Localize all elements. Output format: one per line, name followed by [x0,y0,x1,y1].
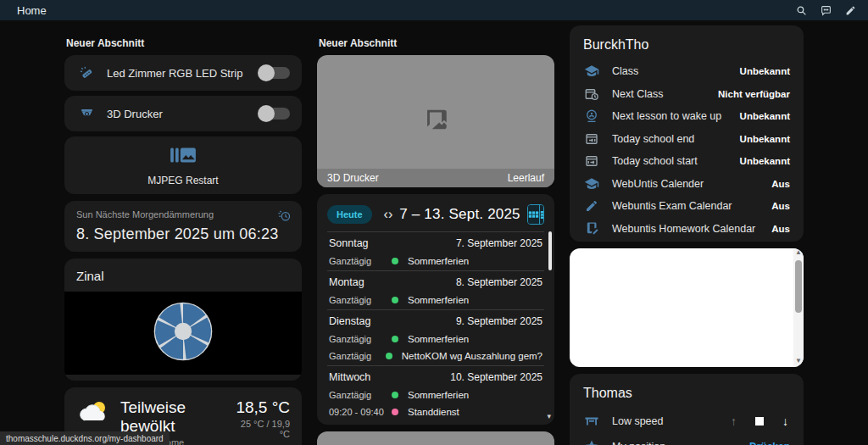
week-rows-view-button[interactable] [539,205,544,224]
event-color-dot [386,353,392,359]
event-time: Ganztägig [329,256,385,266]
partly-cloudy-icon [76,398,110,427]
calendar-end-icon [583,131,600,147]
info-row[interactable]: Webuntis Exam Calendar Aus [583,195,790,218]
cover-controls: ↑ ↓ [731,415,790,427]
day-date: 10. September 2025 [450,371,542,383]
info-row[interactable]: Today school end Unbekannt [583,128,790,151]
app-header: Home [0,0,868,20]
school-icon [583,176,600,192]
thomas-card: Thomas Low speed ↑ ↓ My position Drücken [570,374,804,445]
calendar-event[interactable]: Ganztägig Sommerferien [327,292,544,309]
day-name: Montag [329,276,364,288]
info-row[interactable]: Next Class Nicht verfügbar [583,83,790,106]
toggle-knob [258,105,275,122]
burckhtho-card: BurckhTho Class Unbekannt Next Class Nic… [570,25,804,242]
printer-camera-card[interactable]: 3D Drucker Leerlauf [317,55,554,187]
right-column: BurckhTho Class Unbekannt Next Class Nic… [570,20,804,445]
calendar-day: Dienstag 9. September 2025 Ganztägig Som… [327,309,544,365]
attribute-value: Unbekannt [740,111,790,121]
attribute-value: Unbekannt [740,156,790,166]
header-actions [795,4,856,16]
calendar-event[interactable]: Ganztägig Sommerferien [327,331,544,348]
entity-name: 3D Drucker [107,108,163,120]
press-button[interactable]: Drücken [749,441,790,445]
day-name: Sonntag [329,237,369,249]
attribute-label: Today school start [612,155,698,167]
dome-camera-icon [76,105,97,122]
scroll-up-icon[interactable]: ▲ [795,248,802,259]
control-label: Low speed [612,415,663,427]
day-name: Mittwoch [329,371,370,383]
event-time: 09:20 - 09:40 [329,407,385,417]
printer-toggle[interactable] [259,108,290,120]
middle-column: Neuer Abschnitt 3D Drucker Leerlauf Heut… [317,20,554,445]
attribute-label: Webuntis Exam Calendar [612,200,732,212]
cover-stop-icon[interactable] [755,417,764,426]
school-icon [583,64,600,79]
cover-up-icon[interactable]: ↑ [731,415,737,427]
sensor-name: Sun Nächste Morgendämmerung [76,209,290,220]
weather-range: 25 °C / 19,9 °C [233,419,290,439]
attribute-value: Unbekannt [740,66,790,76]
zinal-camera-card[interactable]: Zinal [64,259,302,381]
info-row[interactable]: Today school start Unbekannt [583,150,790,173]
led-strip-toggle[interactable] [259,67,290,79]
webpage-card[interactable]: ▲ ▼ [570,248,804,367]
day-date: 8. September 2025 [456,276,542,288]
event-title: NettoKOM wg Auszahlung gem? [402,351,542,361]
desk-icon [583,414,600,429]
calendar-event[interactable]: 09:20 - 09:40 Standdienst [327,404,544,421]
camera-footer: 3D Drucker Leerlauf [317,169,554,187]
camera-card-partial[interactable] [317,431,554,445]
sun-dawn-card[interactable]: Sun Nächste Morgendämmerung 8. September… [64,201,302,252]
camera-preview [64,292,302,375]
led-strip-card[interactable]: Led Zimmer RGB LED Strip [64,55,302,91]
scroll-down-icon[interactable]: ▾ [547,412,551,420]
entity-name: Led Zimmer RGB LED Strip [107,67,242,80]
event-color-dot [392,392,398,398]
calendar-card: Heute ‹ › 7 – 13. Sept. 2025 [317,194,554,425]
section-title: Neuer Abschnitt [319,37,554,49]
webpage-scrollbar[interactable]: ▲ ▼ [793,248,804,367]
info-row[interactable]: Webuntis Homework Calendar Aus [583,218,790,241]
attribute-label: Class [612,65,638,77]
aperture-icon [150,298,216,368]
attribute-label: Next lesson to wake up [612,110,721,122]
weather-temps: 18,5 °C 25 °C / 19,9 °C [233,398,290,439]
calendar-event[interactable]: Ganztägig Sommerferien [327,387,544,404]
assist-chat-icon[interactable] [820,4,832,16]
edit-pencil-icon[interactable] [844,4,856,16]
info-row[interactable]: Next lesson to wake up Unbekannt [583,105,790,128]
dashboard-view: Neuer Abschnitt Led Zimmer RGB LED Strip… [0,20,868,445]
calendar-day: Mittwoch 10. September 2025 Ganztägig So… [327,365,544,421]
event-title: Standdienst [408,407,459,417]
info-row[interactable]: Class Unbekannt [583,60,790,83]
cover-down-icon[interactable]: ↓ [782,415,788,427]
search-icon[interactable] [795,4,807,16]
mjpeg-restart-button[interactable]: MJPEG Restart [64,136,302,194]
attribute-label: WebUntis Calender [612,178,704,190]
control-label: My position [612,441,665,445]
printer-light-card[interactable]: 3D Drucker [64,96,302,131]
section-title: Neuer Abschnitt [66,37,302,49]
calendar-event-list: Sonntag 7. September 2025 Ganztägig Somm… [327,231,544,421]
calendar-start-icon [583,153,600,169]
camera-name: 3D Drucker [327,172,379,184]
low-speed-row: Low speed ↑ ↓ [583,409,790,434]
info-row[interactable]: WebUntis Calender Aus [583,173,790,196]
scrollbar-thumb[interactable] [795,260,802,313]
event-color-dot [392,297,398,303]
calendar-event[interactable]: Ganztägig NettoKOM wg Auszahlung gem? [327,348,544,365]
scroll-down-icon[interactable]: ▼ [795,357,802,367]
image-broken-icon [421,105,450,137]
calendar-scrollbar[interactable] [548,231,552,270]
event-title: Sommerferien [408,390,469,400]
today-button[interactable]: Heute [327,205,372,224]
next-week-icon[interactable]: › [388,208,392,221]
my-position-row: My position Drücken [583,434,790,445]
button-label: MJPEG Restart [147,175,218,186]
calendar-event[interactable]: Ganztägig Sommerferien [327,253,544,270]
link-preview-tooltip: thomasschule.duckdns.org/my-dashboard [0,431,170,445]
month-grid-view-button[interactable] [528,205,539,224]
